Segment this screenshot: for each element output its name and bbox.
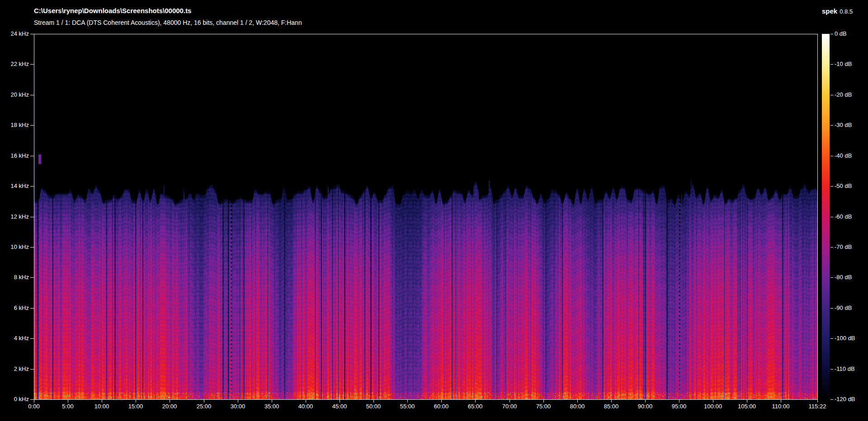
time-tick-label: 25:00: [188, 403, 220, 410]
freq-tick: [30, 338, 34, 339]
freq-tick-label: 20 kHz: [0, 91, 29, 98]
time-tick-label: 40:00: [290, 403, 321, 410]
freq-tick: [30, 156, 34, 156]
db-tick-label: -120 dB: [835, 396, 855, 403]
db-tick: [830, 95, 833, 95]
time-tick: [136, 400, 136, 402]
time-tick-label: 30:00: [222, 403, 254, 410]
time-tick: [170, 400, 170, 402]
db-tick-label: -50 dB: [835, 182, 852, 190]
time-tick: [679, 400, 679, 402]
file-path-title: C:\Users\rynep\Downloads\Screenshots\000…: [34, 7, 191, 14]
time-tick: [272, 400, 272, 402]
time-tick: [645, 400, 646, 402]
time-tick-label: 115:22: [802, 403, 833, 410]
db-tick-label: -20 dB: [835, 91, 852, 98]
app-name: spek: [822, 7, 837, 15]
freq-tick: [30, 308, 34, 309]
freq-tick: [30, 217, 34, 217]
time-tick-label: 0:00: [18, 403, 50, 410]
time-tick-label: 105:00: [731, 403, 763, 410]
time-tick-label: 75:00: [528, 403, 559, 410]
db-tick: [830, 247, 833, 248]
time-tick: [68, 400, 68, 402]
stream-info-subtitle: Stream 1 / 1: DCA (DTS Coherent Acoustic…: [34, 19, 302, 26]
time-tick-label: 20:00: [154, 403, 185, 410]
freq-tick: [30, 34, 34, 34]
freq-tick-label: 4 kHz: [0, 335, 29, 342]
time-tick-label: 5:00: [52, 403, 84, 410]
time-tick-label: 100:00: [697, 403, 729, 410]
freq-tick: [30, 186, 34, 187]
freq-tick: [30, 125, 34, 126]
time-tick: [407, 400, 408, 402]
freq-tick: [30, 247, 34, 248]
time-tick-label: 35:00: [256, 403, 288, 410]
db-tick-label: -90 dB: [835, 304, 852, 312]
freq-tick-label: 0 kHz: [0, 396, 29, 403]
freq-tick: [30, 64, 34, 65]
db-tick-label: -30 dB: [835, 122, 852, 129]
time-tick: [713, 400, 713, 402]
freq-tick-label: 16 kHz: [0, 152, 29, 159]
time-tick-label: 85:00: [595, 403, 627, 410]
time-tick: [817, 400, 818, 402]
db-tick-label: -70 dB: [835, 243, 852, 251]
db-tick: [830, 125, 833, 126]
time-tick: [577, 400, 578, 402]
db-tick: [830, 277, 833, 278]
time-tick: [340, 400, 340, 402]
time-tick-label: 45:00: [324, 403, 355, 410]
freq-tick: [30, 399, 34, 400]
db-tick: [830, 308, 833, 309]
time-tick: [543, 400, 544, 402]
time-tick: [441, 400, 442, 402]
spectrogram-canvas: [34, 34, 817, 399]
time-tick: [102, 400, 102, 402]
time-tick-label: 95:00: [663, 403, 695, 410]
freq-tick-label: 2 kHz: [0, 365, 29, 373]
time-tick-label: 55:00: [392, 403, 423, 410]
db-tick: [830, 156, 833, 156]
time-tick: [238, 400, 238, 402]
db-tick: [830, 217, 833, 217]
db-tick-label: -110 dB: [835, 365, 855, 373]
freq-tick-label: 22 kHz: [0, 61, 29, 68]
time-tick: [509, 400, 510, 402]
freq-tick: [30, 277, 34, 278]
time-tick-label: 15:00: [120, 403, 151, 410]
time-tick: [611, 400, 612, 402]
db-tick: [830, 399, 833, 400]
freq-tick-label: 24 kHz: [0, 30, 29, 37]
time-tick-label: 60:00: [425, 403, 457, 410]
db-colorbar: [822, 34, 830, 400]
db-tick: [830, 369, 833, 370]
db-tick-label: -40 dB: [835, 152, 852, 159]
time-tick: [747, 400, 747, 402]
freq-tick-label: 10 kHz: [0, 243, 29, 251]
time-tick: [306, 400, 306, 402]
time-tick: [475, 400, 476, 402]
time-tick-label: 110:00: [765, 403, 797, 410]
time-tick: [373, 400, 374, 402]
db-tick: [830, 34, 833, 34]
app-version-badge: spek0.8.5: [822, 7, 853, 15]
db-tick-label: -80 dB: [835, 274, 852, 281]
freq-tick-label: 18 kHz: [0, 122, 29, 129]
freq-tick-label: 14 kHz: [0, 182, 29, 190]
db-tick: [830, 186, 833, 187]
time-tick: [34, 400, 34, 402]
spek-window: { "app": { "name": "spek", "version": "0…: [0, 0, 868, 421]
db-tick: [830, 338, 833, 339]
freq-tick: [30, 95, 34, 95]
time-tick: [204, 400, 204, 402]
app-version: 0.8.5: [840, 8, 853, 15]
freq-tick: [30, 369, 34, 370]
time-tick-label: 90:00: [629, 403, 661, 410]
freq-tick-label: 8 kHz: [0, 274, 29, 281]
time-tick-label: 80:00: [561, 403, 593, 410]
time-tick-label: 50:00: [358, 403, 389, 410]
db-tick-label: -10 dB: [835, 61, 852, 68]
freq-tick-label: 12 kHz: [0, 213, 29, 220]
time-tick: [781, 400, 781, 402]
